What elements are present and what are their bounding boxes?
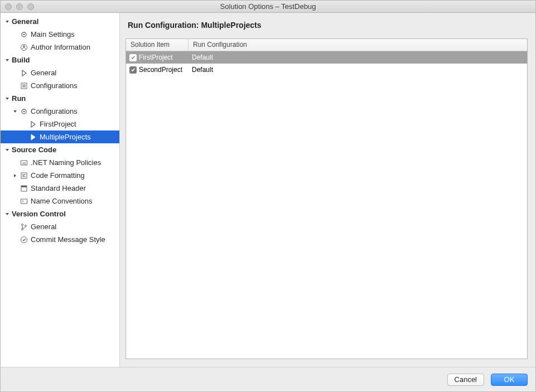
table-header: Solution Item Run Configuration [126,39,527,51]
format-icon [20,172,28,180]
svg-point-15 [25,225,27,226]
chevron-down-icon [4,58,11,62]
tree-item-run-configurations[interactable]: Configurations [1,105,119,118]
tree-label: Configurations [31,107,78,115]
options-tree[interactable]: General Main Settings Author Information… [1,13,120,367]
table-row[interactable]: FirstProject Default [126,51,527,64]
chevron-down-icon [4,96,11,101]
tree-label: Code Formatting [31,171,85,180]
svg-point-3 [23,45,25,47]
tree-label: Version Control [12,210,66,218]
tree-item-build-configurations[interactable]: Configurations [1,79,119,92]
checkbox-icon[interactable] [129,66,137,74]
tree-section-run[interactable]: Run [1,92,119,105]
svg-rect-11 [21,186,27,187]
tree-label: Build [12,56,30,64]
solution-options-window: Solution Options – TestDebug General Mai… [0,0,536,392]
zoom-button[interactable] [27,3,34,10]
gear-icon [20,31,28,38]
tree-item-commit-style[interactable]: Commit Message Style [1,233,119,246]
tree-label: Source Code [12,146,56,154]
check-circle-icon [20,236,28,244]
minimize-button[interactable] [16,3,23,10]
cell-run-config: Default [192,54,213,61]
tree-label: .NET Naming Policies [31,158,101,167]
tree-label: General [31,69,56,77]
dialog-footer: Cancel OK [1,367,535,391]
cancel-button[interactable]: Cancel [447,374,484,386]
tree-label: Standard Header [31,184,86,192]
svg-text:AB: AB [22,161,26,164]
tree-item-multiple-projects[interactable]: MultipleProjects [1,130,119,143]
tree-item-main-settings[interactable]: Main Settings [1,28,119,41]
tree-item-vc-general[interactable]: General [1,220,119,233]
tree-label: Main Settings [31,30,75,38]
run-config-table: Solution Item Run Configuration FirstPro… [125,38,528,359]
chevron-right-icon [12,173,18,178]
tree-item-first-project[interactable]: FirstProject [1,118,119,130]
titlebar: Solution Options – TestDebug [1,1,535,13]
tree-label: Name Conventions [31,197,93,205]
person-icon [20,43,28,51]
column-header-run-configuration[interactable]: Run Configuration [189,39,527,51]
tree-item-net-naming[interactable]: AB .NET Naming Policies [1,156,119,169]
chevron-down-icon [4,148,11,152]
tree-label: General [12,17,38,26]
tree-label: MultipleProjects [40,133,91,141]
close-button[interactable] [5,3,12,10]
abc-icon: AB [20,159,28,167]
cell-run-config: Default [192,66,213,74]
tree-section-general[interactable]: General [1,15,119,28]
table-row[interactable]: SecondProject Default [126,64,527,76]
chevron-down-icon [12,109,18,114]
svg-point-14 [22,228,23,230]
svg-point-1 [23,33,25,35]
play-icon [20,69,28,77]
tree-section-source-code[interactable]: Source Code [1,143,119,156]
gear-icon [20,108,28,115]
tree-section-version-control[interactable]: Version Control [1,207,119,220]
tree-item-code-formatting[interactable]: Code Formatting [1,169,119,182]
window-controls [1,3,34,10]
checkbox-icon[interactable] [129,54,137,61]
tree-item-standard-header[interactable]: Standard Header [1,182,119,195]
chevron-down-icon [4,212,11,216]
svg-point-13 [22,224,23,225]
window-title: Solution Options – TestDebug [1,2,535,11]
table-body: FirstProject Default SecondProject Defau… [126,51,527,359]
chevron-down-icon [4,20,11,24]
tree-item-author-info[interactable]: Author Information [1,41,119,54]
play-icon [28,120,37,128]
branch-icon [20,223,28,231]
tree-label: General [31,222,56,231]
tree-label: FirstProject [40,120,76,128]
tree-item-name-conventions[interactable]: Name Conventions [1,195,119,207]
play-icon [28,133,37,141]
tree-label: Commit Message Style [31,235,105,244]
rename-icon [20,197,28,205]
main-panel: Run Configuration: MultipleProjects Solu… [120,13,535,367]
tree-item-build-general[interactable]: General [1,66,119,79]
cell-solution-item: FirstProject [139,54,173,61]
ok-button[interactable]: OK [491,374,528,386]
svg-point-2 [21,44,27,50]
tree-section-build[interactable]: Build [1,54,119,66]
column-header-solution-item[interactable]: Solution Item [126,39,189,51]
cell-solution-item: SecondProject [139,66,182,74]
tree-label: Configurations [31,81,78,90]
header-icon [20,185,28,192]
page-heading: Run Configuration: MultipleProjects [125,21,528,30]
svg-rect-12 [21,199,27,204]
dialog-body: General Main Settings Author Information… [1,13,535,367]
tree-label: Author Information [31,43,90,51]
svg-point-6 [23,110,25,112]
svg-point-16 [21,236,27,243]
tree-label: Run [12,94,26,103]
list-icon [20,82,28,90]
